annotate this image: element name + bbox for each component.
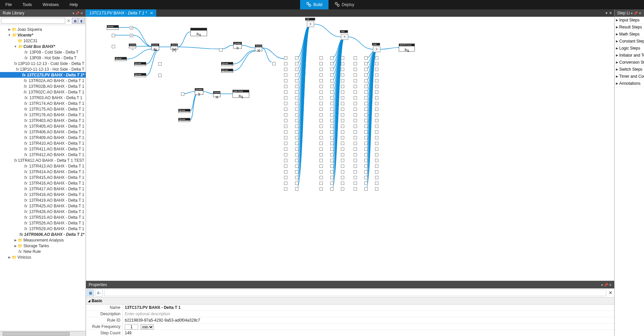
node-port[interactable] (319, 153, 323, 156)
tree-item[interactable]: fx13TR515.AO BAHX - Delta T 1 (0, 214, 86, 220)
node-port[interactable] (181, 92, 184, 96)
node-port[interactable] (295, 187, 298, 191)
node-port[interactable] (354, 119, 357, 122)
caret-icon[interactable]: ▶ (13, 244, 17, 248)
node-port[interactable] (295, 113, 298, 117)
node-port[interactable] (112, 34, 115, 37)
menu-help[interactable]: Help (64, 2, 83, 7)
prop-section-basic[interactable]: ◢ Basic (86, 297, 614, 305)
node-port[interactable] (284, 108, 287, 111)
tab-dropdown-icon[interactable]: ▾ (606, 11, 608, 15)
step-category[interactable]: ▶Switch Steps (615, 66, 644, 73)
caret-icon[interactable]: ▶ (13, 239, 17, 242)
node-port[interactable] (295, 56, 298, 60)
node-port[interactable] (284, 68, 287, 71)
node-port[interactable] (354, 125, 357, 128)
node-port[interactable] (284, 102, 287, 105)
node-port[interactable] (354, 73, 357, 77)
node-port[interactable] (319, 125, 323, 128)
node-port[interactable] (341, 142, 344, 145)
tree-item[interactable]: fx13TR419.AO BAHX - Delta T 1 (0, 197, 86, 203)
node-port[interactable] (319, 68, 323, 71)
node-port[interactable] (341, 73, 344, 77)
node-port[interactable] (375, 79, 378, 82)
node-port[interactable] (364, 108, 368, 111)
node-port[interactable] (354, 142, 357, 145)
node-port[interactable] (295, 90, 298, 94)
node-port[interactable] (354, 159, 357, 162)
node-port[interactable] (219, 48, 222, 52)
tree-item[interactable]: ▶📁Storage Tanks (0, 243, 86, 249)
node-port[interactable] (354, 62, 357, 65)
node-port[interactable] (295, 102, 298, 105)
node-port[interactable] (354, 102, 357, 105)
node-port[interactable] (341, 153, 344, 156)
node-port[interactable] (319, 142, 323, 145)
canvas-node[interactable]: Router Constant (178, 109, 190, 113)
node-port[interactable] (330, 73, 334, 77)
canvas-node[interactable]: Add (340, 30, 348, 33)
node-port[interactable] (364, 125, 368, 128)
node-port[interactable] (341, 68, 344, 71)
toolbar-icon-1[interactable]: ▦ (72, 18, 78, 24)
canvas-node[interactable]: Router Constant (134, 62, 146, 66)
node-port[interactable] (354, 56, 357, 60)
tree-item[interactable]: fx13TR414.AO BAHX - Delta T 1 (0, 169, 86, 175)
freq-number-input[interactable] (125, 324, 138, 330)
node-port[interactable] (354, 108, 357, 111)
node-port[interactable] (330, 96, 334, 99)
node-port[interactable] (284, 90, 287, 94)
steplib-pin-icon[interactable]: 📌 (634, 11, 638, 15)
node-port[interactable] (375, 119, 378, 122)
node-port[interactable] (364, 62, 368, 65)
step-category[interactable]: ▶Math Steps (615, 31, 644, 38)
build-button[interactable]: Build (300, 0, 329, 9)
node-port[interactable] (375, 176, 378, 179)
node-port[interactable] (354, 170, 357, 174)
node-port[interactable] (364, 182, 368, 185)
node-port[interactable] (341, 102, 344, 105)
node-port[interactable] (341, 159, 344, 162)
node-port[interactable] (319, 164, 323, 168)
rule-canvas[interactable]: Router InputAASubtract−Router Switch⇆Abs… (86, 17, 614, 281)
caret-icon[interactable]: ▶ (7, 256, 11, 259)
node-port[interactable] (375, 125, 378, 128)
node-port[interactable] (319, 73, 323, 77)
node-port[interactable] (112, 45, 115, 48)
scrollbar-thumb[interactable] (3, 332, 70, 336)
caret-icon[interactable]: ▶ (7, 28, 11, 31)
tree-item[interactable]: ▶📁Measurement Analysis (0, 237, 86, 243)
node-port[interactable] (364, 176, 368, 179)
step-category[interactable]: ▶Input Steps (615, 17, 644, 24)
canvas-node[interactable]: Router Constant (221, 62, 233, 66)
tree-item[interactable]: ▼📁Cold Box BAHX* (0, 44, 86, 49)
steplib-dropdown-icon[interactable]: ▾ (631, 11, 633, 15)
tree-item[interactable]: ▶📁Vinicius (0, 254, 86, 260)
node-port[interactable] (341, 136, 344, 139)
node-port[interactable] (341, 125, 344, 128)
node-port[interactable] (319, 147, 323, 151)
node-port[interactable] (354, 90, 357, 94)
tree-item[interactable]: fx13P09 - Hot Side - Delta T (0, 55, 86, 61)
node-port[interactable] (284, 96, 287, 99)
node-port[interactable] (375, 68, 378, 71)
node-port[interactable] (354, 79, 357, 82)
node-port[interactable] (330, 136, 334, 139)
node-port[interactable] (295, 153, 298, 156)
node-port[interactable] (284, 113, 287, 117)
tab-close-icon[interactable]: ✕ (150, 11, 153, 15)
node-port[interactable] (354, 68, 357, 71)
node-port[interactable] (341, 108, 344, 111)
caret-icon[interactable]: ▼ (7, 33, 11, 37)
node-port[interactable] (341, 79, 344, 82)
node-port[interactable] (375, 164, 378, 168)
node-port[interactable] (295, 136, 298, 139)
menu-windows[interactable]: Windows (37, 2, 64, 7)
node-port[interactable] (364, 56, 368, 60)
node-port[interactable] (364, 187, 368, 191)
canvas-node[interactable]: Router Constant (115, 57, 127, 61)
node-port[interactable] (284, 187, 287, 191)
left-panel-scrollbar[interactable] (0, 331, 86, 336)
node-port[interactable] (354, 136, 357, 139)
panel-pin-icon[interactable]: 📌 (75, 11, 79, 15)
